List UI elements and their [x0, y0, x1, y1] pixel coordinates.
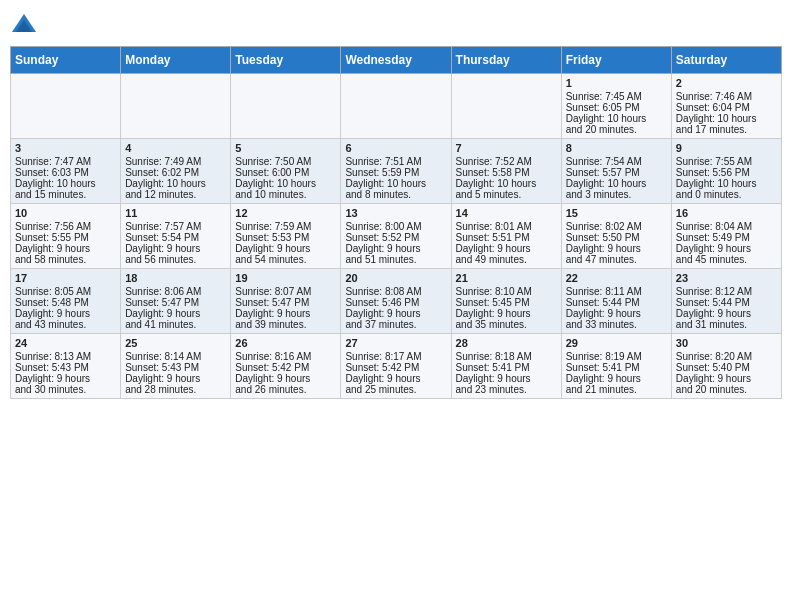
cell-info-line: and 3 minutes.	[566, 189, 667, 200]
calendar-cell: 29Sunrise: 8:19 AMSunset: 5:41 PMDayligh…	[561, 334, 671, 399]
cell-info-line: and 0 minutes.	[676, 189, 777, 200]
day-number: 3	[15, 142, 116, 154]
cell-info-line: Sunrise: 8:17 AM	[345, 351, 446, 362]
weekday-header: Tuesday	[231, 47, 341, 74]
cell-info-line: Sunrise: 7:56 AM	[15, 221, 116, 232]
cell-info-line: Sunset: 6:05 PM	[566, 102, 667, 113]
cell-info-line: Sunrise: 7:59 AM	[235, 221, 336, 232]
calendar-cell: 18Sunrise: 8:06 AMSunset: 5:47 PMDayligh…	[121, 269, 231, 334]
cell-info-line: Sunrise: 8:00 AM	[345, 221, 446, 232]
cell-info-line: Sunrise: 8:08 AM	[345, 286, 446, 297]
cell-info-line: Sunset: 5:49 PM	[676, 232, 777, 243]
cell-info-line: and 26 minutes.	[235, 384, 336, 395]
day-number: 30	[676, 337, 777, 349]
cell-info-line: and 31 minutes.	[676, 319, 777, 330]
cell-info-line: and 49 minutes.	[456, 254, 557, 265]
cell-info-line: Daylight: 9 hours	[456, 243, 557, 254]
cell-info-line: and 56 minutes.	[125, 254, 226, 265]
cell-info-line: and 10 minutes.	[235, 189, 336, 200]
cell-info-line: Daylight: 9 hours	[125, 308, 226, 319]
cell-info-line: Daylight: 9 hours	[566, 243, 667, 254]
cell-info-line: and 5 minutes.	[456, 189, 557, 200]
cell-info-line: Sunrise: 8:05 AM	[15, 286, 116, 297]
cell-info-line: Sunset: 5:51 PM	[456, 232, 557, 243]
day-number: 29	[566, 337, 667, 349]
cell-info-line: Sunrise: 8:13 AM	[15, 351, 116, 362]
cell-info-line: Daylight: 10 hours	[566, 178, 667, 189]
calendar-cell	[341, 74, 451, 139]
weekday-header: Wednesday	[341, 47, 451, 74]
cell-info-line: Sunrise: 7:49 AM	[125, 156, 226, 167]
cell-info-line: Sunset: 5:43 PM	[15, 362, 116, 373]
cell-info-line: and 54 minutes.	[235, 254, 336, 265]
cell-info-line: Daylight: 10 hours	[235, 178, 336, 189]
cell-info-line: Sunrise: 8:01 AM	[456, 221, 557, 232]
cell-info-line: Daylight: 10 hours	[676, 178, 777, 189]
cell-info-line: Sunrise: 7:57 AM	[125, 221, 226, 232]
cell-info-line: Sunset: 5:58 PM	[456, 167, 557, 178]
cell-info-line: Sunset: 6:00 PM	[235, 167, 336, 178]
cell-info-line: Daylight: 9 hours	[15, 308, 116, 319]
cell-info-line: Daylight: 9 hours	[676, 243, 777, 254]
cell-info-line: and 30 minutes.	[15, 384, 116, 395]
cell-info-line: Daylight: 9 hours	[345, 373, 446, 384]
day-number: 26	[235, 337, 336, 349]
day-number: 21	[456, 272, 557, 284]
cell-info-line: Sunrise: 7:46 AM	[676, 91, 777, 102]
day-number: 6	[345, 142, 446, 154]
cell-info-line: and 15 minutes.	[15, 189, 116, 200]
cell-info-line: Daylight: 9 hours	[125, 243, 226, 254]
cell-info-line: Daylight: 9 hours	[235, 373, 336, 384]
day-number: 13	[345, 207, 446, 219]
cell-info-line: Sunset: 5:48 PM	[15, 297, 116, 308]
cell-info-line: and 35 minutes.	[456, 319, 557, 330]
cell-info-line: Daylight: 10 hours	[15, 178, 116, 189]
day-number: 14	[456, 207, 557, 219]
cell-info-line: and 20 minutes.	[676, 384, 777, 395]
day-number: 18	[125, 272, 226, 284]
calendar-cell: 28Sunrise: 8:18 AMSunset: 5:41 PMDayligh…	[451, 334, 561, 399]
cell-info-line: Sunrise: 7:54 AM	[566, 156, 667, 167]
calendar-cell	[231, 74, 341, 139]
cell-info-line: Daylight: 9 hours	[235, 243, 336, 254]
cell-info-line: and 43 minutes.	[15, 319, 116, 330]
cell-info-line: Sunset: 5:54 PM	[125, 232, 226, 243]
cell-info-line: and 23 minutes.	[456, 384, 557, 395]
weekday-header: Thursday	[451, 47, 561, 74]
cell-info-line: and 39 minutes.	[235, 319, 336, 330]
calendar-cell: 24Sunrise: 8:13 AMSunset: 5:43 PMDayligh…	[11, 334, 121, 399]
calendar-cell: 10Sunrise: 7:56 AMSunset: 5:55 PMDayligh…	[11, 204, 121, 269]
cell-info-line: Sunrise: 7:47 AM	[15, 156, 116, 167]
cell-info-line: and 33 minutes.	[566, 319, 667, 330]
cell-info-line: Sunset: 5:42 PM	[235, 362, 336, 373]
calendar-cell: 4Sunrise: 7:49 AMSunset: 6:02 PMDaylight…	[121, 139, 231, 204]
day-number: 27	[345, 337, 446, 349]
calendar-cell: 12Sunrise: 7:59 AMSunset: 5:53 PMDayligh…	[231, 204, 341, 269]
calendar-week-row: 17Sunrise: 8:05 AMSunset: 5:48 PMDayligh…	[11, 269, 782, 334]
calendar-cell: 22Sunrise: 8:11 AMSunset: 5:44 PMDayligh…	[561, 269, 671, 334]
calendar-cell: 27Sunrise: 8:17 AMSunset: 5:42 PMDayligh…	[341, 334, 451, 399]
calendar-cell: 6Sunrise: 7:51 AMSunset: 5:59 PMDaylight…	[341, 139, 451, 204]
day-number: 20	[345, 272, 446, 284]
day-number: 8	[566, 142, 667, 154]
cell-info-line: Daylight: 9 hours	[15, 373, 116, 384]
calendar-cell: 23Sunrise: 8:12 AMSunset: 5:44 PMDayligh…	[671, 269, 781, 334]
cell-info-line: Daylight: 10 hours	[676, 113, 777, 124]
cell-info-line: and 51 minutes.	[345, 254, 446, 265]
cell-info-line: Sunrise: 8:20 AM	[676, 351, 777, 362]
cell-info-line: Daylight: 9 hours	[345, 308, 446, 319]
logo-icon	[10, 10, 38, 38]
weekday-row: SundayMondayTuesdayWednesdayThursdayFrid…	[11, 47, 782, 74]
cell-info-line: Sunset: 5:47 PM	[125, 297, 226, 308]
day-number: 4	[125, 142, 226, 154]
calendar-cell: 13Sunrise: 8:00 AMSunset: 5:52 PMDayligh…	[341, 204, 451, 269]
cell-info-line: and 17 minutes.	[676, 124, 777, 135]
cell-info-line: Sunrise: 8:18 AM	[456, 351, 557, 362]
cell-info-line: Sunset: 5:59 PM	[345, 167, 446, 178]
day-number: 9	[676, 142, 777, 154]
page-header	[10, 10, 782, 38]
cell-info-line: Sunrise: 7:52 AM	[456, 156, 557, 167]
day-number: 19	[235, 272, 336, 284]
cell-info-line: Daylight: 9 hours	[235, 308, 336, 319]
weekday-header: Monday	[121, 47, 231, 74]
